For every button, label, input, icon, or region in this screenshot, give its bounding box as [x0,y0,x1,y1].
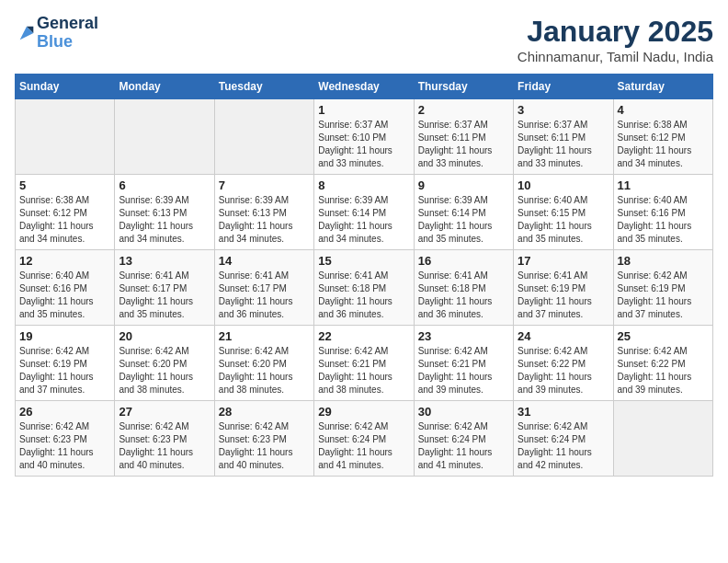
day-info: Sunrise: 6:38 AM Sunset: 6:12 PM Dayligh… [19,194,110,246]
calendar-cell: 14Sunrise: 6:41 AM Sunset: 6:17 PM Dayli… [214,250,313,326]
day-number: 15 [318,254,409,268]
day-info: Sunrise: 6:37 AM Sunset: 6:11 PM Dayligh… [418,119,509,170]
calendar-cell: 8Sunrise: 6:39 AM Sunset: 6:14 PM Daylig… [314,175,414,250]
day-number: 19 [19,329,110,343]
day-info: Sunrise: 6:40 AM Sunset: 6:16 PM Dayligh… [618,194,709,246]
day-info: Sunrise: 6:41 AM Sunset: 6:19 PM Dayligh… [518,270,609,321]
day-info: Sunrise: 6:42 AM Sunset: 6:21 PM Dayligh… [318,345,409,396]
week-row-4: 19Sunrise: 6:42 AM Sunset: 6:19 PM Dayli… [16,326,713,401]
day-info: Sunrise: 6:39 AM Sunset: 6:14 PM Dayligh… [418,194,509,246]
calendar-cell: 13Sunrise: 6:41 AM Sunset: 6:17 PM Dayli… [115,250,214,326]
day-number: 4 [618,103,709,117]
calendar-cell: 12Sunrise: 6:40 AM Sunset: 6:16 PM Dayli… [16,250,115,326]
calendar-cell: 24Sunrise: 6:42 AM Sunset: 6:22 PM Dayli… [514,326,613,401]
day-info: Sunrise: 6:41 AM Sunset: 6:18 PM Dayligh… [318,270,409,321]
day-number: 30 [418,405,509,419]
day-info: Sunrise: 6:42 AM Sunset: 6:20 PM Dayligh… [119,345,210,396]
day-number: 11 [618,178,709,192]
day-number: 1 [318,103,409,117]
week-row-2: 5Sunrise: 6:38 AM Sunset: 6:12 PM Daylig… [16,175,713,250]
calendar-cell [16,99,115,175]
day-info: Sunrise: 6:40 AM Sunset: 6:16 PM Dayligh… [19,270,110,321]
location-subtitle: Chinnamanur, Tamil Nadu, India [518,49,713,64]
calendar-cell: 18Sunrise: 6:42 AM Sunset: 6:19 PM Dayli… [613,250,712,326]
day-number: 29 [318,405,409,419]
day-info: Sunrise: 6:37 AM Sunset: 6:11 PM Dayligh… [518,119,609,170]
day-info: Sunrise: 6:42 AM Sunset: 6:23 PM Dayligh… [219,420,310,472]
day-number: 23 [418,329,509,343]
calendar-cell: 20Sunrise: 6:42 AM Sunset: 6:20 PM Dayli… [115,326,214,401]
day-header-sunday: Sunday [16,75,115,99]
day-header-wednesday: Wednesday [314,75,414,99]
calendar-cell: 6Sunrise: 6:39 AM Sunset: 6:13 PM Daylig… [115,175,214,250]
day-info: Sunrise: 6:42 AM Sunset: 6:19 PM Dayligh… [19,345,110,396]
day-info: Sunrise: 6:41 AM Sunset: 6:17 PM Dayligh… [219,270,310,321]
day-info: Sunrise: 6:42 AM Sunset: 6:19 PM Dayligh… [618,270,709,321]
calendar-cell: 17Sunrise: 6:41 AM Sunset: 6:19 PM Dayli… [514,250,613,326]
day-number: 25 [618,329,709,343]
day-info: Sunrise: 6:42 AM Sunset: 6:23 PM Dayligh… [19,420,110,472]
week-row-5: 26Sunrise: 6:42 AM Sunset: 6:23 PM Dayli… [16,401,713,477]
calendar-cell: 26Sunrise: 6:42 AM Sunset: 6:23 PM Dayli… [16,401,115,477]
day-info: Sunrise: 6:38 AM Sunset: 6:12 PM Dayligh… [618,119,709,170]
day-number: 10 [518,178,609,192]
day-number: 12 [19,254,110,268]
page-header: GeneralBlue January 2025 Chinnamanur, Ta… [15,15,713,64]
calendar-cell: 16Sunrise: 6:41 AM Sunset: 6:18 PM Dayli… [414,250,513,326]
day-number: 21 [219,329,310,343]
day-number: 7 [219,178,310,192]
calendar-cell: 4Sunrise: 6:38 AM Sunset: 6:12 PM Daylig… [613,99,712,175]
day-number: 31 [518,405,609,419]
calendar-table: SundayMondayTuesdayWednesdayThursdayFrid… [15,74,713,477]
day-number: 9 [418,178,509,192]
calendar-cell: 1Sunrise: 6:37 AM Sunset: 6:10 PM Daylig… [314,99,414,175]
day-number: 8 [318,178,409,192]
calendar-cell: 7Sunrise: 6:39 AM Sunset: 6:13 PM Daylig… [214,175,313,250]
calendar-cell: 10Sunrise: 6:40 AM Sunset: 6:15 PM Dayli… [514,175,613,250]
day-info: Sunrise: 6:42 AM Sunset: 6:24 PM Dayligh… [518,420,609,472]
calendar-cell: 2Sunrise: 6:37 AM Sunset: 6:11 PM Daylig… [414,99,513,175]
day-info: Sunrise: 6:39 AM Sunset: 6:14 PM Dayligh… [318,194,409,246]
header-row: SundayMondayTuesdayWednesdayThursdayFrid… [16,75,713,99]
day-info: Sunrise: 6:40 AM Sunset: 6:15 PM Dayligh… [518,194,609,246]
week-row-3: 12Sunrise: 6:40 AM Sunset: 6:16 PM Dayli… [16,250,713,326]
calendar-cell: 11Sunrise: 6:40 AM Sunset: 6:16 PM Dayli… [613,175,712,250]
day-info: Sunrise: 6:41 AM Sunset: 6:17 PM Dayligh… [119,270,210,321]
calendar-cell: 21Sunrise: 6:42 AM Sunset: 6:20 PM Dayli… [214,326,313,401]
calendar-cell: 3Sunrise: 6:37 AM Sunset: 6:11 PM Daylig… [514,99,613,175]
calendar-cell: 5Sunrise: 6:38 AM Sunset: 6:12 PM Daylig… [16,175,115,250]
logo: GeneralBlue [15,15,98,52]
day-info: Sunrise: 6:42 AM Sunset: 6:23 PM Dayligh… [119,420,210,472]
calendar-cell: 31Sunrise: 6:42 AM Sunset: 6:24 PM Dayli… [514,401,613,477]
day-number: 13 [119,254,210,268]
day-info: Sunrise: 6:42 AM Sunset: 6:22 PM Dayligh… [518,345,609,396]
calendar-cell: 28Sunrise: 6:42 AM Sunset: 6:23 PM Dayli… [214,401,313,477]
day-number: 3 [518,103,609,117]
logo-text: GeneralBlue [37,15,98,52]
month-title: January 2025 [518,15,713,49]
day-header-monday: Monday [115,75,214,99]
day-header-saturday: Saturday [613,75,712,99]
calendar-cell: 9Sunrise: 6:39 AM Sunset: 6:14 PM Daylig… [414,175,513,250]
day-header-friday: Friday [514,75,613,99]
day-number: 6 [119,178,210,192]
day-info: Sunrise: 6:42 AM Sunset: 6:20 PM Dayligh… [219,345,310,396]
day-number: 28 [219,405,310,419]
title-block: January 2025 Chinnamanur, Tamil Nadu, In… [518,15,713,64]
day-info: Sunrise: 6:41 AM Sunset: 6:18 PM Dayligh… [418,270,509,321]
day-header-thursday: Thursday [414,75,513,99]
calendar-cell [115,99,214,175]
day-number: 18 [618,254,709,268]
day-info: Sunrise: 6:39 AM Sunset: 6:13 PM Dayligh… [219,194,310,246]
calendar-cell: 19Sunrise: 6:42 AM Sunset: 6:19 PM Dayli… [16,326,115,401]
day-info: Sunrise: 6:37 AM Sunset: 6:10 PM Dayligh… [318,119,409,170]
day-number: 5 [19,178,110,192]
day-header-tuesday: Tuesday [214,75,313,99]
day-number: 16 [418,254,509,268]
day-info: Sunrise: 6:42 AM Sunset: 6:22 PM Dayligh… [618,345,709,396]
day-number: 24 [518,329,609,343]
day-info: Sunrise: 6:39 AM Sunset: 6:13 PM Dayligh… [119,194,210,246]
day-number: 17 [518,254,609,268]
day-number: 27 [119,405,210,419]
calendar-cell: 25Sunrise: 6:42 AM Sunset: 6:22 PM Dayli… [613,326,712,401]
